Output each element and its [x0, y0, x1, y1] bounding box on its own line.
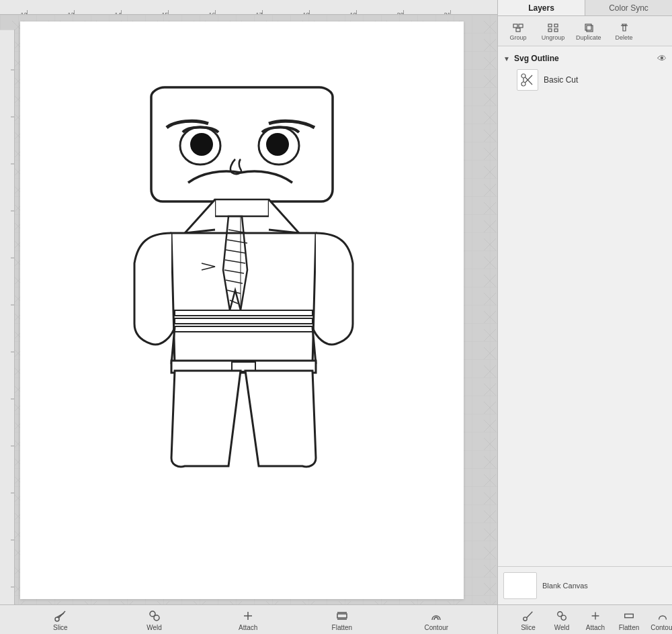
- delete-button[interactable]: Delete: [608, 19, 640, 43]
- panel-slice-icon: [521, 608, 536, 623]
- panel-weld-label: Weld: [554, 624, 570, 631]
- weld-icon: [147, 608, 162, 623]
- svg-rect-39: [587, 26, 593, 32]
- panel-attach-button[interactable]: Attach: [579, 607, 612, 633]
- panel-contour-button[interactable]: Contour: [646, 607, 672, 633]
- canvas-work[interactable]: [0, 15, 497, 604]
- svg-point-14: [190, 133, 213, 156]
- slice-icon: [53, 608, 68, 623]
- layer-item-basic-cut[interactable]: Basic Cut: [498, 66, 672, 93]
- expand-arrow-icon: ▼: [503, 55, 511, 62]
- slice-label: Slice: [53, 624, 68, 631]
- right-panel: Layers Color Sync Group Ungroup Duplicat…: [497, 0, 672, 634]
- svg-rect-32: [519, 24, 523, 28]
- svg-rect-38: [585, 24, 591, 30]
- ungroup-button[interactable]: Ungroup: [537, 19, 569, 43]
- contour-button[interactable]: Contour: [419, 607, 454, 633]
- svg-rect-49: [625, 614, 634, 617]
- svg-point-45: [523, 617, 527, 620]
- blank-canvas-area: Blank Canvas: [498, 566, 672, 604]
- flatten-label: Flatten: [332, 624, 353, 631]
- character-illustration: [67, 55, 417, 565]
- svg-rect-35: [554, 24, 558, 27]
- panel-contour-icon: [655, 608, 670, 623]
- contour-label: Contour: [425, 624, 449, 631]
- visibility-toggle-icon[interactable]: 👁: [657, 53, 667, 64]
- svg-rect-31: [513, 24, 517, 28]
- layer-group-name: Svg Outline: [514, 54, 655, 63]
- svg-rect-34: [548, 24, 552, 27]
- slice-button[interactable]: Slice: [44, 607, 77, 633]
- weld-button[interactable]: Weld: [138, 607, 171, 633]
- flatten-icon: [335, 608, 349, 623]
- panel-contour-label: Contour: [650, 624, 672, 631]
- svg-point-41: [521, 74, 526, 78]
- tab-layers[interactable]: Layers: [498, 0, 585, 15]
- attach-label: Attach: [239, 624, 257, 631]
- svg-rect-36: [548, 29, 552, 32]
- white-canvas: [20, 21, 464, 599]
- duplicate-button[interactable]: Duplicate: [572, 19, 605, 43]
- svg-point-40: [521, 82, 526, 86]
- tab-color-sync[interactable]: Color Sync: [585, 0, 672, 15]
- svg-line-46: [527, 611, 533, 617]
- flatten-button[interactable]: Flatten: [325, 607, 359, 633]
- basic-cut-thumb-icon: [519, 72, 536, 88]
- svg-point-48: [561, 615, 566, 620]
- attach-icon: [241, 608, 255, 623]
- svg-rect-17: [215, 199, 269, 216]
- panel-bottom-toolbar: Slice Weld Attach Flatten Contour: [498, 604, 672, 634]
- panel-flatten-icon: [622, 608, 636, 623]
- panel-flatten-button[interactable]: Flatten: [612, 607, 646, 633]
- panel-tabs: Layers Color Sync: [498, 0, 672, 16]
- svg-point-23: [55, 617, 59, 621]
- attach-button[interactable]: Attach: [231, 607, 265, 633]
- panel-flatten-label: Flatten: [619, 624, 640, 631]
- panel-weld-button[interactable]: Weld: [545, 607, 579, 633]
- weld-label: Weld: [146, 624, 162, 631]
- layers-content: ▼ Svg Outline 👁 Basic Cut: [498, 46, 672, 566]
- ruler-left: [0, 30, 15, 604]
- delete-label: Delete: [616, 34, 633, 41]
- svg-rect-28: [337, 614, 347, 618]
- delete-icon: [618, 21, 631, 34]
- ungroup-label: Ungroup: [542, 34, 565, 41]
- contour-icon: [429, 608, 444, 623]
- blank-canvas-thumbnail: [503, 572, 537, 599]
- layer-item-name: Basic Cut: [544, 75, 578, 85]
- panel-slice-label: Slice: [521, 624, 536, 631]
- panel-weld-icon: [554, 608, 569, 623]
- group-button[interactable]: Group: [502, 19, 534, 43]
- group-label: Group: [509, 34, 526, 41]
- group-icon: [511, 21, 525, 34]
- panel-toolbar: Group Ungroup Duplicate Delete: [498, 16, 672, 46]
- layer-thumbnail: [517, 69, 538, 91]
- duplicate-icon: [582, 21, 595, 34]
- svg-rect-33: [516, 28, 520, 32]
- layer-group-header[interactable]: ▼ Svg Outline 👁: [498, 50, 672, 66]
- svg-point-27: [154, 615, 159, 621]
- ruler-top: 12 13 14 15 16 17 18 19 20 21: [0, 0, 497, 15]
- panel-slice-button[interactable]: Slice: [511, 607, 545, 633]
- duplicate-label: Duplicate: [576, 34, 601, 41]
- blank-canvas-label: Blank Canvas: [542, 582, 588, 590]
- panel-attach-icon: [588, 608, 603, 623]
- canvas-area: 12 13 14 15 16 17 18 19 20 21: [0, 0, 497, 634]
- bottom-toolbar: Slice Weld Attach Flatten Contour: [0, 604, 497, 634]
- ungroup-icon: [546, 21, 560, 34]
- svg-rect-37: [554, 29, 558, 32]
- svg-point-16: [266, 133, 289, 156]
- layer-group-svg-outline: ▼ Svg Outline 👁 Basic Cut: [498, 49, 672, 95]
- panel-attach-label: Attach: [586, 624, 605, 631]
